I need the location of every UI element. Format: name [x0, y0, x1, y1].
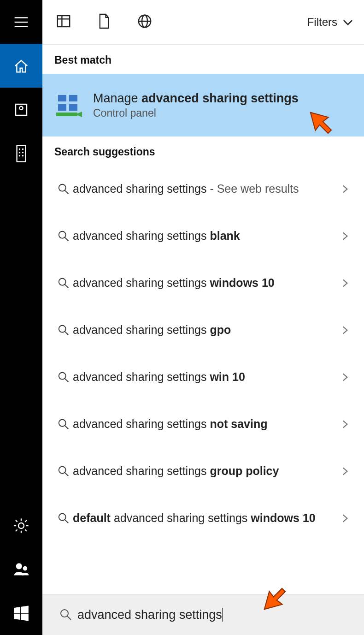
- svg-point-40: [59, 326, 66, 332]
- chevron-right-icon[interactable]: [338, 184, 352, 194]
- chevron-right-icon[interactable]: [338, 278, 352, 288]
- svg-rect-31: [58, 104, 66, 111]
- svg-line-35: [65, 190, 68, 194]
- filters-dropdown[interactable]: Filters: [307, 16, 354, 29]
- best-match-title: Manage advanced sharing settings: [93, 91, 299, 106]
- svg-point-48: [59, 514, 66, 521]
- svg-line-39: [65, 285, 68, 288]
- documents-filter[interactable]: [97, 12, 111, 32]
- suggestion-text: advanced sharing settings gpo: [73, 323, 338, 337]
- control-panel-icon: [54, 90, 84, 120]
- photo-button[interactable]: [0, 88, 42, 131]
- svg-point-42: [59, 373, 66, 380]
- svg-point-46: [59, 467, 66, 474]
- svg-line-18: [25, 529, 27, 531]
- best-match-result[interactable]: Manage advanced sharing settings Control…: [42, 74, 364, 136]
- chevron-right-icon[interactable]: [338, 372, 352, 382]
- svg-rect-23: [58, 16, 70, 27]
- svg-rect-5: [17, 145, 26, 161]
- search-box[interactable]: advanced sharing settings: [42, 594, 364, 635]
- settings-button[interactable]: [0, 504, 42, 547]
- suggestion-text: advanced sharing settings blank: [73, 229, 338, 243]
- svg-rect-29: [58, 95, 66, 101]
- document-icon: [97, 12, 111, 30]
- svg-point-8: [19, 152, 20, 153]
- svg-point-11: [22, 155, 23, 156]
- svg-rect-32: [69, 104, 77, 111]
- remote-button[interactable]: [0, 131, 42, 175]
- best-match-header: Best match: [42, 45, 364, 74]
- svg-line-43: [65, 379, 68, 382]
- chevron-right-icon[interactable]: [338, 513, 352, 523]
- search-icon: [54, 371, 73, 384]
- svg-point-9: [22, 152, 23, 153]
- svg-point-6: [19, 148, 20, 149]
- svg-point-4: [19, 106, 23, 109]
- suggestions-list: advanced sharing settings - See web resu…: [42, 166, 364, 542]
- hamburger-button[interactable]: [0, 0, 42, 44]
- svg-line-49: [65, 520, 68, 523]
- svg-line-20: [25, 520, 27, 522]
- search-icon: [54, 230, 73, 243]
- svg-point-10: [19, 155, 20, 156]
- svg-line-41: [65, 332, 68, 335]
- chevron-down-icon: [342, 16, 354, 28]
- start-button[interactable]: [0, 591, 42, 635]
- svg-point-38: [59, 279, 66, 285]
- search-results-panel: Filters Best match Manage advanced shari: [42, 0, 364, 635]
- best-match-subtitle: Control panel: [93, 107, 299, 119]
- suggestion-item[interactable]: advanced sharing settings group policy: [42, 448, 364, 495]
- chevron-right-icon[interactable]: [338, 325, 352, 335]
- apps-icon: [55, 13, 72, 30]
- filters-label: Filters: [307, 16, 337, 29]
- svg-line-47: [65, 473, 68, 476]
- svg-line-51: [67, 616, 71, 620]
- svg-line-19: [16, 529, 18, 531]
- svg-line-45: [65, 426, 68, 429]
- svg-point-7: [22, 148, 23, 149]
- account-icon: [13, 561, 29, 578]
- suggestion-item[interactable]: default advanced sharing settings window…: [42, 495, 364, 542]
- search-icon: [54, 512, 73, 525]
- feedback-button[interactable]: [0, 547, 42, 591]
- remote-icon: [16, 144, 27, 163]
- suggestion-item[interactable]: advanced sharing settings - See web resu…: [42, 166, 364, 213]
- suggestion-item[interactable]: advanced sharing settings gpo: [42, 307, 364, 354]
- suggestion-item[interactable]: advanced sharing settings not saving: [42, 401, 364, 448]
- suggestion-item[interactable]: advanced sharing settings win 10: [42, 354, 364, 401]
- windows-icon: [12, 605, 30, 622]
- suggestion-text: advanced sharing settings windows 10: [73, 276, 338, 290]
- gear-icon: [13, 517, 29, 534]
- suggestion-item[interactable]: advanced sharing settings windows 10: [42, 260, 364, 307]
- web-filter[interactable]: [136, 13, 153, 31]
- filter-bar: Filters: [42, 0, 364, 45]
- suggestion-item[interactable]: advanced sharing settings blank: [42, 213, 364, 260]
- suggestion-text: advanced sharing settings win 10: [73, 370, 338, 384]
- chevron-right-icon[interactable]: [338, 419, 352, 429]
- suggestion-text: default advanced sharing settings window…: [73, 511, 338, 525]
- search-icon: [54, 277, 73, 290]
- search-icon: [54, 465, 73, 478]
- svg-line-17: [16, 520, 18, 522]
- svg-rect-30: [69, 95, 77, 101]
- search-icon: [54, 324, 73, 337]
- svg-point-50: [61, 610, 68, 617]
- svg-line-37: [65, 237, 68, 241]
- globe-icon: [136, 13, 153, 30]
- svg-rect-33: [56, 113, 77, 116]
- svg-point-36: [59, 231, 66, 238]
- hamburger-icon: [13, 14, 29, 30]
- home-icon: [13, 58, 29, 74]
- svg-point-44: [59, 420, 66, 427]
- chevron-right-icon[interactable]: [338, 466, 352, 476]
- suggestion-text: advanced sharing settings group policy: [73, 464, 338, 478]
- suggestion-text: advanced sharing settings - See web resu…: [73, 182, 338, 196]
- search-icon: [54, 418, 73, 431]
- apps-filter[interactable]: [55, 13, 72, 31]
- search-icon: [54, 183, 73, 196]
- chevron-right-icon[interactable]: [338, 231, 352, 241]
- svg-point-22: [23, 566, 27, 570]
- home-button[interactable]: [0, 44, 42, 88]
- svg-point-12: [18, 523, 24, 528]
- suggestion-text: advanced sharing settings not saving: [73, 417, 338, 431]
